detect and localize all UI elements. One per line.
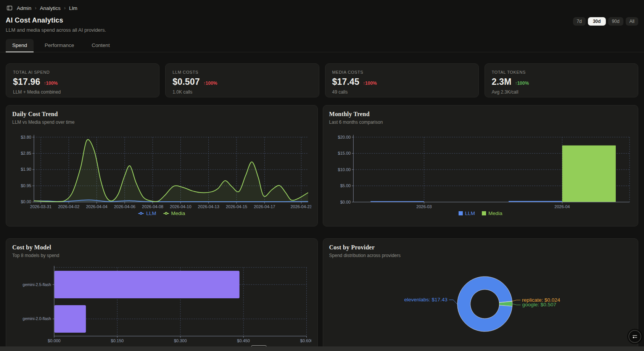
stat-change: ↑100%	[515, 81, 529, 86]
stat-value: $17.96	[13, 77, 40, 87]
panel-title: Monthly Trend	[329, 111, 632, 118]
charts-row-2: Cost by Model Top 8 models by spend $0.0…	[6, 238, 638, 350]
legend-item-llm[interactable]: LLM	[459, 210, 475, 216]
page-subtitle: LLM and media spend across all AI provid…	[6, 27, 106, 33]
legend-square-marker	[459, 211, 463, 215]
list-filter-icon	[632, 333, 638, 340]
svg-text:2026-04-02: 2026-04-02	[58, 204, 79, 209]
svg-text:2026-04-08: 2026-04-08	[142, 204, 163, 209]
svg-text:elevenlabs: $17.43: elevenlabs: $17.43	[404, 297, 447, 302]
legend-label: LLM	[465, 210, 475, 216]
svg-text:$20.00: $20.00	[338, 135, 351, 139]
cost-by-model-chart[interactable]: $0.000$0.150$0.300$0.450$0.600gemini-2.5…	[12, 261, 311, 343]
breadcrumb-item-analytics[interactable]: Analytics	[40, 5, 61, 11]
svg-text:$0.000: $0.000	[48, 338, 61, 343]
legend-square-marker	[482, 211, 486, 215]
breadcrumb-item-admin[interactable]: Admin	[17, 5, 31, 11]
stat-label: LLM COSTS	[172, 70, 312, 74]
svg-text:2026-03: 2026-03	[416, 204, 431, 209]
range-all-button[interactable]: All	[626, 17, 638, 26]
svg-text:2026-04-15: 2026-04-15	[226, 204, 247, 209]
stat-label: TOTAL AI SPEND	[13, 70, 152, 74]
stat-subtext: 49 calls	[332, 89, 472, 95]
stat-card-total-ai-spend: TOTAL AI SPEND $17.96 ↑100% LLM + Media …	[6, 63, 159, 97]
stat-change: ↑100%	[44, 81, 58, 86]
page-header: AI Cost Analytics LLM and media spend ac…	[6, 16, 638, 33]
svg-text:2026-04-23: 2026-04-23	[291, 204, 311, 209]
monthly-chart-legend: LLMMedia	[329, 210, 632, 216]
svg-text:$10.00: $10.00	[338, 167, 351, 172]
range-90d-button[interactable]: 90d	[608, 17, 623, 26]
panel-subtitle: Top 8 models by spend	[12, 253, 311, 258]
svg-text:$0.600: $0.600	[300, 338, 311, 343]
monthly-trend-panel: Monthly Trend Last 6 months comparison $…	[323, 105, 638, 226]
stat-value: $17.45	[332, 77, 360, 87]
svg-text:$0.00: $0.00	[340, 200, 351, 204]
stat-value: $0.507	[172, 77, 200, 87]
sidebar-toggle-icon[interactable]	[6, 5, 13, 11]
tab-performance[interactable]: Performance	[38, 39, 80, 52]
tab-spend[interactable]: Spend	[6, 39, 34, 52]
svg-text:$0.00: $0.00	[21, 199, 31, 204]
cost-by-provider-panel: Cost by Provider Spend distribution acro…	[323, 238, 638, 350]
legend-label: LLM	[146, 210, 156, 216]
main-content: Admin › Analytics › Llm AI Cost Analytic…	[6, 0, 638, 350]
svg-text:$1.90: $1.90	[21, 167, 31, 171]
svg-text:$3.80: $3.80	[21, 135, 31, 139]
time-range-selector: 7d 30d 90d All	[573, 17, 638, 26]
svg-text:google: $0.507: google: $0.507	[522, 302, 556, 307]
stat-change: ↑100%	[363, 81, 377, 86]
cost-by-model-panel: Cost by Model Top 8 models by spend $0.0…	[6, 238, 318, 350]
stat-subtext: Avg 2.3K/call	[492, 89, 631, 95]
svg-text:2026-04-13: 2026-04-13	[198, 204, 219, 209]
tab-bar: Spend Performance Content	[0, 39, 644, 52]
cost-by-provider-chart[interactable]: elevenlabs: $17.43replicate: $0.024googl…	[329, 261, 632, 343]
stat-label: TOTAL TOKENS	[492, 70, 631, 74]
breadcrumb-separator-icon: ›	[64, 5, 66, 11]
svg-text:$5.00: $5.00	[340, 183, 351, 188]
breadcrumb: Admin › Analytics › Llm	[17, 5, 77, 11]
svg-text:2026-04-04: 2026-04-04	[86, 204, 107, 209]
svg-text:2026-04: 2026-04	[554, 204, 570, 209]
range-30d-button[interactable]: 30d	[588, 17, 606, 26]
stat-label: MEDIA COSTS	[332, 70, 472, 74]
panel-subtitle: Spend distribution across providers	[329, 253, 632, 258]
daily-cost-trend-panel: Daily Cost Trend LLM vs Media spend over…	[6, 105, 318, 226]
daily-chart-legend: LLMMedia	[12, 210, 311, 216]
legend-item-media[interactable]: Media	[163, 210, 185, 216]
monthly-trend-chart[interactable]: $0.00$5.00$10.00$15.00$20.002026-032026-…	[329, 128, 632, 210]
stat-change: ↑100%	[203, 81, 217, 86]
daily-cost-trend-chart[interactable]: $0.00$0.95$1.90$2.85$3.802026-03-312026-…	[12, 128, 311, 210]
legend-item-llm[interactable]: LLM	[138, 210, 156, 216]
legend-item-media[interactable]: Media	[482, 210, 502, 216]
legend-label: Media	[488, 210, 502, 216]
dev-tools-button[interactable]	[628, 330, 641, 343]
svg-text:$0.150: $0.150	[111, 338, 124, 343]
panel-title: Cost by Provider	[329, 244, 632, 251]
svg-text:$15.00: $15.00	[338, 151, 351, 155]
stat-card-llm-costs: LLM COSTS $0.507 ↑100% 1.0K calls	[165, 63, 319, 97]
stat-subtext: 1.0K calls	[172, 89, 312, 95]
svg-text:2026-04-06: 2026-04-06	[114, 204, 135, 209]
panel-subtitle: Last 6 months comparison	[329, 120, 632, 125]
breadcrumb-separator-icon: ›	[35, 5, 36, 11]
svg-text:2026-03-31: 2026-03-31	[30, 204, 52, 209]
legend-label: Media	[171, 210, 185, 216]
svg-text:gemini-2.5-flash: gemini-2.5-flash	[23, 283, 51, 287]
svg-text:$0.300: $0.300	[174, 338, 187, 343]
bottom-strip	[0, 346, 644, 351]
svg-text:2026-04-17: 2026-04-17	[254, 204, 275, 209]
breadcrumb-item-llm: Llm	[69, 5, 77, 11]
range-7d-button[interactable]: 7d	[573, 17, 586, 26]
stat-card-total-tokens: TOTAL TOKENS 2.3M ↑100% Avg 2.3K/call	[485, 63, 638, 97]
page-title: AI Cost Analytics	[6, 16, 106, 24]
svg-text:2026-04-10: 2026-04-10	[170, 204, 191, 209]
stat-card-media-costs: MEDIA COSTS $17.45 ↑100% 49 calls	[325, 63, 479, 97]
stat-value: 2.3M	[492, 77, 512, 87]
panel-title: Cost by Model	[12, 244, 311, 251]
stat-subtext: LLM + Media combined	[13, 89, 152, 95]
tab-content[interactable]: Content	[85, 39, 116, 52]
panel-subtitle: LLM vs Media spend over time	[12, 120, 311, 125]
svg-text:$2.85: $2.85	[21, 151, 31, 155]
breadcrumb-bar: Admin › Analytics › Llm	[6, 0, 638, 15]
